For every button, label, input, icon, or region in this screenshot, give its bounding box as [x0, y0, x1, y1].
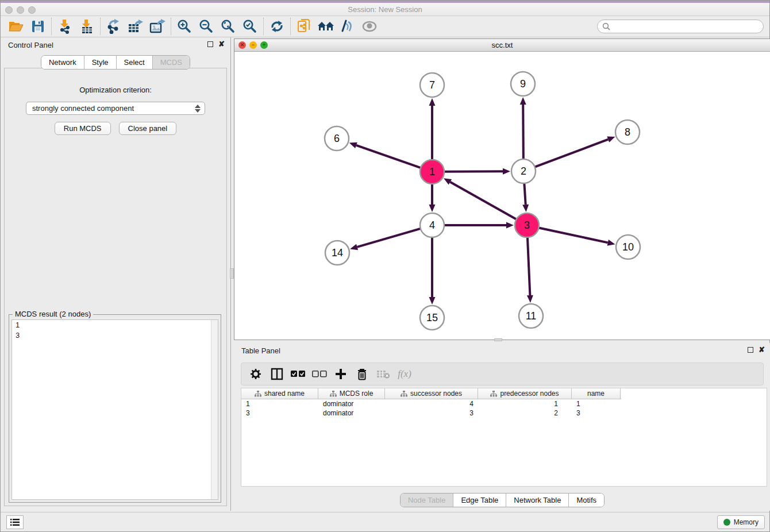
- table-cell: dominator: [318, 399, 385, 408]
- application-window: Session: New Session: [0, 0, 770, 532]
- node-table[interactable]: shared nameMCDS rolesuccessor nodesprede…: [241, 388, 767, 487]
- edge-4-14[interactable]: [350, 229, 421, 250]
- result-scrollbar[interactable]: [211, 320, 218, 499]
- tab-edge-table[interactable]: Edge Table: [453, 494, 506, 507]
- column-header-label: successor nodes: [410, 390, 462, 398]
- edge-2-3[interactable]: [522, 183, 529, 212]
- import-network-icon[interactable]: [54, 17, 76, 36]
- memory-status-icon: [723, 519, 730, 526]
- table-body: 1dominator4113dominator323: [241, 399, 767, 418]
- column-header-name[interactable]: name: [572, 388, 621, 399]
- svg-text:9: 9: [520, 78, 526, 90]
- node-9[interactable]: 9: [511, 72, 535, 96]
- node-2[interactable]: 2: [511, 159, 536, 183]
- export-image-icon[interactable]: [147, 17, 168, 36]
- edge-3-1[interactable]: [444, 178, 517, 219]
- column-header-label: name: [587, 390, 605, 398]
- edge-1-2[interactable]: [444, 168, 510, 175]
- node-8[interactable]: 8: [615, 120, 640, 144]
- column-header-predecessor-nodes[interactable]: predecessor nodes: [478, 388, 572, 399]
- node-10[interactable]: 10: [616, 235, 640, 259]
- tab-network[interactable]: Network: [41, 56, 84, 69]
- add-column-icon[interactable]: [332, 365, 349, 383]
- import-table-icon[interactable]: [76, 17, 98, 36]
- tab-node-table[interactable]: Node Table: [401, 494, 453, 507]
- svg-text:11: 11: [526, 310, 537, 322]
- node-14[interactable]: 14: [325, 241, 349, 265]
- mcds-result-list[interactable]: 13: [11, 319, 218, 500]
- criterion-dropdown[interactable]: strongly connected component: [26, 102, 205, 115]
- tab-network-table[interactable]: Network Table: [506, 494, 568, 507]
- unselect-all-columns-icon[interactable]: [311, 365, 328, 383]
- control-panel-tabs: NetworkStyleSelectMCDS: [41, 55, 190, 70]
- duplicate-network-icon[interactable]: [293, 17, 315, 36]
- edge-1-6[interactable]: [349, 142, 421, 168]
- search-input[interactable]: [610, 22, 763, 31]
- export-network-icon[interactable]: [103, 17, 125, 36]
- node-7[interactable]: 7: [420, 73, 444, 97]
- column-type-icon: [255, 391, 261, 397]
- node-15[interactable]: 15: [420, 306, 444, 330]
- tab-motifs[interactable]: Motifs: [568, 494, 604, 507]
- edge-1-4[interactable]: [429, 184, 436, 212]
- split-columns-icon[interactable]: [268, 365, 286, 383]
- tab-mcds[interactable]: MCDS: [152, 56, 190, 69]
- close-table-panel-icon[interactable]: ✘: [759, 347, 765, 353]
- network-canvas[interactable]: 7968124314101511: [234, 52, 770, 340]
- column-header-MCDS-role[interactable]: MCDS role: [318, 388, 385, 399]
- search-field[interactable]: [597, 20, 764, 33]
- float-table-panel-icon[interactable]: [748, 347, 753, 353]
- column-header-successor-nodes[interactable]: successor nodes: [385, 388, 478, 399]
- zoom-fit-icon[interactable]: [217, 17, 239, 36]
- zoom-in-icon[interactable]: [174, 17, 195, 36]
- zoom-out-icon[interactable]: [195, 17, 217, 36]
- edge-3-10[interactable]: [539, 228, 615, 245]
- table-row[interactable]: 1dominator411: [241, 399, 767, 408]
- vertical-splitter-handle[interactable]: [230, 268, 234, 279]
- edge-2-8[interactable]: [535, 137, 615, 167]
- table-panel-title: Table Panel: [241, 346, 280, 355]
- run-mcds-button[interactable]: Run MCDS: [55, 122, 111, 135]
- table-cell: 4: [385, 399, 478, 408]
- horizontal-splitter-handle[interactable]: [494, 338, 502, 341]
- network-window-titlebar[interactable]: ✕ − + scc.txt: [234, 39, 770, 52]
- table-cell: 3: [385, 408, 478, 418]
- tab-style[interactable]: Style: [84, 56, 116, 69]
- table-row[interactable]: 3dominator323: [241, 408, 767, 418]
- float-panel-icon[interactable]: [207, 41, 213, 47]
- delete-column-icon[interactable]: [353, 365, 371, 383]
- close-panel-icon[interactable]: ✘: [218, 41, 225, 47]
- edge-4-3[interactable]: [444, 222, 514, 229]
- zoom-selected-icon[interactable]: [239, 17, 261, 36]
- node-3[interactable]: 3: [515, 213, 539, 237]
- window-title: Session: New Session: [1, 5, 769, 14]
- toolbar-separator: [263, 18, 264, 35]
- gear-icon[interactable]: [247, 365, 264, 383]
- function-builder-icon: f(x): [396, 365, 413, 383]
- toolbar-separator: [171, 18, 171, 35]
- close-panel-button[interactable]: Close panel: [119, 122, 177, 135]
- svg-text:3: 3: [524, 219, 530, 231]
- mcds-result-line: 3: [12, 330, 218, 341]
- open-folder-icon[interactable]: [5, 17, 27, 36]
- save-icon[interactable]: [27, 17, 49, 36]
- home-icon[interactable]: [315, 17, 337, 36]
- select-all-columns-icon[interactable]: [290, 365, 307, 383]
- style-icon[interactable]: [337, 17, 359, 36]
- node-11[interactable]: 11: [519, 304, 543, 328]
- tab-select[interactable]: Select: [116, 56, 152, 69]
- edge-1-7[interactable]: [429, 98, 436, 160]
- memory-button[interactable]: Memory: [717, 515, 765, 529]
- node-4[interactable]: 4: [420, 213, 444, 237]
- column-header-shared-name[interactable]: shared name: [241, 388, 318, 399]
- node-6[interactable]: 6: [325, 126, 349, 151]
- edge-2-9[interactable]: [520, 97, 526, 159]
- edge-4-15[interactable]: [429, 237, 436, 304]
- export-table-icon[interactable]: [125, 17, 147, 36]
- main-toolbar: [1, 16, 769, 37]
- edge-3-11[interactable]: [527, 237, 533, 303]
- task-history-button[interactable]: [6, 515, 24, 529]
- refresh-icon[interactable]: [266, 17, 288, 36]
- node-1[interactable]: 1: [420, 160, 444, 184]
- criterion-dropdown-value: strongly connected component: [32, 104, 134, 113]
